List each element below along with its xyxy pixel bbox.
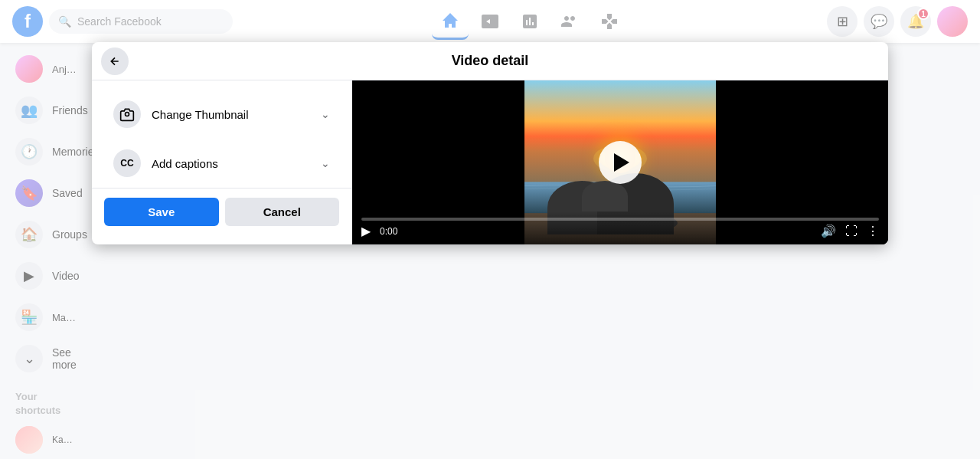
thumbnail-chevron-icon: ⌄	[321, 108, 330, 120]
captions-chevron-icon: ⌄	[321, 157, 330, 169]
more-options-icon[interactable]: ⋮	[867, 224, 879, 238]
svg-point-7	[632, 178, 655, 182]
add-captions-option-left: CC Add captions	[113, 149, 218, 177]
change-thumbnail-option[interactable]: Change Thumbnail ⌄	[98, 90, 345, 139]
save-button[interactable]: Save	[104, 198, 219, 226]
progress-bar[interactable]	[361, 218, 879, 221]
modal-title: Video detail	[452, 53, 529, 69]
modal-header: Video detail	[92, 42, 888, 80]
play-button[interactable]	[599, 141, 642, 184]
right-controls: 🔊 ⛶ ⋮	[821, 224, 879, 238]
change-thumbnail-label: Change Thumbnail	[152, 108, 248, 121]
volume-icon[interactable]: 🔊	[821, 224, 836, 238]
svg-point-0	[126, 113, 129, 116]
change-thumbnail-option-left: Change Thumbnail	[113, 100, 248, 128]
cancel-button[interactable]: Cancel	[225, 198, 340, 226]
add-captions-option[interactable]: CC Add captions ⌄	[98, 139, 345, 188]
play-icon	[614, 153, 629, 172]
modal-options-panel: Change Thumbnail ⌄ CC Add captions ⌄ Sav…	[92, 80, 352, 244]
controls-row: ▶ 0:00 🔊 ⛶ ⋮	[361, 224, 879, 238]
fullscreen-icon[interactable]: ⛶	[845, 225, 858, 238]
modal-body: Change Thumbnail ⌄ CC Add captions ⌄ Sav…	[92, 80, 888, 244]
video-controls: ▶ 0:00 🔊 ⛶ ⋮	[352, 211, 888, 244]
captions-icon: CC	[113, 149, 141, 177]
video-detail-modal: Video detail Change Thumbnail ⌄	[92, 42, 888, 244]
add-captions-label: Add captions	[152, 157, 218, 170]
back-button[interactable]	[101, 48, 129, 75]
modal-footer: Save Cancel	[92, 188, 351, 235]
video-panel: ▶ 0:00 🔊 ⛶ ⋮	[352, 80, 888, 244]
play-pause-icon[interactable]: ▶	[361, 224, 371, 238]
thumbnail-icon	[113, 100, 141, 128]
time-display: 0:00	[380, 226, 397, 237]
